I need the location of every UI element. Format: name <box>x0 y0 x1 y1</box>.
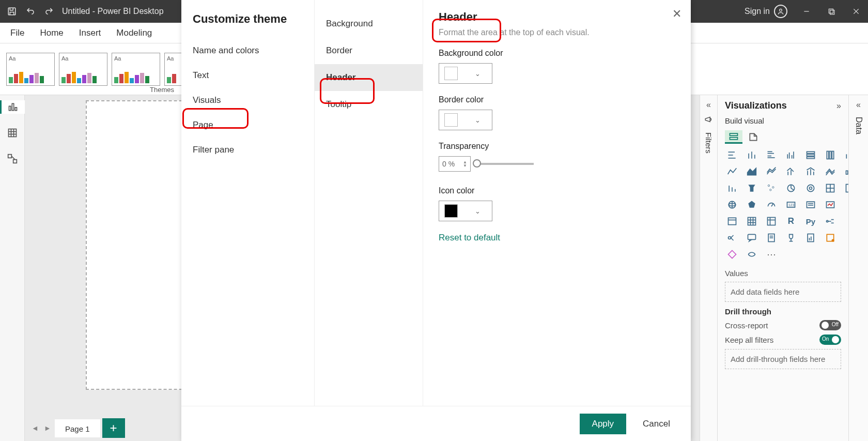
tab-insert[interactable]: Insert <box>79 28 101 38</box>
line-column-icon[interactable] <box>843 149 848 161</box>
page-tab[interactable]: Page 1 <box>55 419 100 437</box>
decomposition-icon[interactable] <box>843 215 848 227</box>
donut-icon[interactable] <box>784 182 798 194</box>
kpi-icon[interactable] <box>823 199 838 211</box>
pie-icon[interactable] <box>764 182 779 194</box>
filters-pane-collapsed[interactable]: « Filters <box>700 95 717 441</box>
cancel-button[interactable]: Cancel <box>643 419 670 429</box>
transparency-slider[interactable] <box>477 163 534 165</box>
cat-text[interactable]: Text <box>181 63 314 88</box>
card-icon[interactable]: 123 <box>784 199 798 211</box>
page-prev-icon[interactable]: ◄ <box>30 424 40 432</box>
cross-report-toggle[interactable]: Off <box>819 320 841 330</box>
dialog-close-icon[interactable]: ✕ <box>672 7 681 21</box>
hundred-bar-icon[interactable] <box>803 149 818 161</box>
format-visual-tab-icon[interactable] <box>745 130 762 144</box>
svg-point-90 <box>827 220 828 222</box>
narrative-icon[interactable] <box>745 232 759 244</box>
cat-filter-pane[interactable]: Filter pane <box>181 138 314 162</box>
py-visual-icon[interactable]: Py <box>803 215 818 227</box>
drill-drop[interactable]: Add drill-through fields here <box>725 349 841 369</box>
scatter-icon[interactable] <box>745 182 759 194</box>
expand-icon[interactable]: » <box>836 101 841 111</box>
theme-thumb[interactable]: Aa <box>59 53 107 86</box>
area-chart-icon[interactable] <box>745 165 759 178</box>
redo-icon[interactable] <box>43 6 55 17</box>
blank-icon[interactable] <box>843 232 848 244</box>
bg-color-picker[interactable]: ⌄ <box>439 63 492 84</box>
waterfall-icon[interactable] <box>843 165 848 178</box>
reset-link[interactable]: Reset to default <box>439 233 675 243</box>
page-next-icon[interactable]: ► <box>42 424 53 432</box>
more-visuals-icon[interactable]: ⋯ <box>764 248 779 261</box>
qa-icon[interactable] <box>725 232 739 244</box>
line-chart-icon[interactable] <box>725 165 739 178</box>
data-pane-collapsed[interactable]: « Data <box>848 95 868 441</box>
tab-modeling[interactable]: Modeling <box>116 28 152 38</box>
table-icon[interactable] <box>725 215 739 227</box>
slider-thumb[interactable] <box>473 159 481 168</box>
values-drop[interactable]: Add data fields here <box>725 282 841 302</box>
multi-card-icon[interactable] <box>803 199 818 211</box>
funnel-icon[interactable] <box>725 182 739 194</box>
goals-icon[interactable] <box>784 232 798 244</box>
clustered-bar-icon[interactable] <box>764 149 779 161</box>
power-automate-icon[interactable] <box>823 232 838 244</box>
r-visual-icon[interactable]: R <box>784 215 798 227</box>
cat-visuals[interactable]: Visuals <box>181 88 314 113</box>
add-page-button[interactable]: + <box>102 418 125 438</box>
save-icon[interactable] <box>6 6 18 17</box>
apply-button[interactable]: Apply <box>580 414 627 434</box>
line-clustered-icon[interactable] <box>784 165 798 178</box>
maximize-icon[interactable] <box>826 6 837 17</box>
keep-filters-toggle[interactable]: On <box>819 334 841 345</box>
theme-thumb[interactable]: Aa <box>112 53 160 86</box>
sub-border[interactable]: Border <box>315 37 423 64</box>
stacked-column-icon[interactable] <box>745 149 759 161</box>
build-visual-tab-icon[interactable] <box>725 130 742 144</box>
settings-title: Header <box>439 10 675 24</box>
sub-header[interactable]: Header <box>315 64 423 91</box>
globe-icon[interactable] <box>725 199 739 211</box>
undo-icon[interactable] <box>25 6 36 17</box>
minimize-icon[interactable] <box>801 6 812 17</box>
stacked-bar-icon[interactable] <box>725 149 739 161</box>
slicer-icon[interactable] <box>843 199 848 211</box>
signin-button[interactable]: Sign in <box>745 5 787 18</box>
icon-color-picker[interactable]: ⌄ <box>439 201 492 221</box>
matrix2-icon[interactable] <box>764 215 779 227</box>
tab-file[interactable]: File <box>10 28 24 38</box>
shape-map-icon[interactable] <box>745 199 759 211</box>
paginated-icon[interactable] <box>764 232 779 244</box>
transparency-input[interactable]: 0 %▲▼ <box>439 156 471 172</box>
viz-title: Visualizations <box>725 100 787 111</box>
report-view-icon[interactable] <box>0 100 25 114</box>
filled-map-icon[interactable] <box>843 182 848 194</box>
sub-background[interactable]: Background <box>315 10 423 37</box>
stacked-area-icon[interactable] <box>764 165 779 178</box>
data-view-icon[interactable] <box>6 126 19 140</box>
hundred-column-icon[interactable] <box>823 149 838 161</box>
line-stacked-icon[interactable] <box>803 165 818 178</box>
cat-name-colors[interactable]: Name and colors <box>181 38 314 63</box>
gauge-icon[interactable] <box>764 199 779 211</box>
key-influencers-icon[interactable] <box>823 215 838 227</box>
ribbon-chart-icon[interactable] <box>823 165 838 178</box>
svg-rect-80 <box>729 218 736 224</box>
theme-thumb[interactable]: Aa <box>6 53 55 86</box>
spinner-icon[interactable]: ▲▼ <box>463 160 467 168</box>
get-visuals-icon[interactable] <box>745 248 759 261</box>
map-icon[interactable] <box>823 182 838 194</box>
tab-home[interactable]: Home <box>40 28 63 38</box>
power-apps-icon[interactable] <box>803 232 818 244</box>
sub-tooltip[interactable]: Tooltip <box>315 91 423 118</box>
treemap-icon[interactable] <box>803 182 818 194</box>
cat-page[interactable]: Page <box>181 113 314 138</box>
clustered-column-icon[interactable] <box>784 149 798 161</box>
close-icon[interactable] <box>850 6 862 17</box>
matrix-icon[interactable] <box>745 215 759 227</box>
border-color-picker[interactable]: ⌄ <box>439 110 492 130</box>
model-view-icon[interactable] <box>6 152 19 165</box>
custom-visual-icon[interactable] <box>725 248 739 261</box>
filters-label: Filters <box>704 132 713 154</box>
